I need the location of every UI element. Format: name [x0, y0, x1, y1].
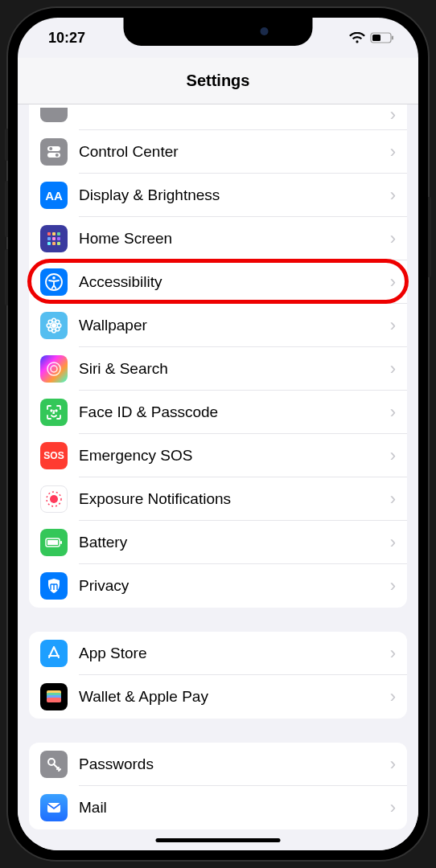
svg-rect-8 — [52, 232, 56, 235]
chevron-right-icon: › — [390, 754, 396, 775]
row-label: Privacy — [79, 577, 390, 595]
row-label: Display & Brightness — [79, 186, 390, 204]
row-control-center[interactable]: Control Center › — [29, 130, 407, 174]
row-label: Wallpaper — [79, 317, 390, 334]
home-indicator[interactable] — [156, 838, 281, 842]
chevron-right-icon: › — [390, 228, 396, 249]
svg-rect-2 — [392, 36, 393, 40]
chevron-right-icon: › — [390, 104, 396, 125]
svg-rect-10 — [47, 237, 51, 240]
svg-rect-11 — [52, 237, 56, 240]
svg-point-27 — [47, 362, 60, 375]
svg-point-24 — [56, 320, 60, 324]
chevron-right-icon: › — [390, 489, 396, 510]
row-label: Battery — [79, 534, 390, 551]
row-mail[interactable]: Mail › — [29, 786, 407, 829]
svg-point-25 — [48, 327, 52, 331]
row-app-store[interactable]: App Store › — [29, 632, 407, 675]
svg-rect-12 — [57, 237, 60, 240]
volume-down-button — [5, 249, 8, 305]
chevron-right-icon: › — [390, 643, 396, 664]
status-time: 10:27 — [42, 30, 85, 47]
grid-icon — [40, 225, 68, 252]
svg-point-23 — [48, 320, 52, 324]
svg-rect-13 — [47, 242, 51, 245]
settings-section-3: Passwords › Mail › — [29, 743, 407, 829]
svg-point-29 — [51, 410, 52, 411]
svg-rect-40 — [47, 698, 61, 702]
row-battery[interactable]: Battery › — [29, 521, 407, 564]
row-general-partial[interactable]: › — [29, 104, 407, 130]
row-emergency-sos[interactable]: SOS Emergency SOS › — [29, 434, 407, 477]
row-privacy[interactable]: Privacy › — [29, 564, 407, 608]
row-passwords[interactable]: Passwords › — [29, 743, 407, 786]
svg-point-4 — [49, 147, 52, 150]
svg-point-28 — [51, 366, 57, 372]
phone-frame: 10:27 Settings › — [8, 8, 428, 860]
row-wallpaper[interactable]: Wallpaper › — [29, 304, 407, 347]
chevron-right-icon: › — [390, 272, 396, 293]
svg-rect-1 — [372, 35, 380, 41]
chevron-right-icon: › — [390, 686, 396, 707]
battery-icon — [40, 529, 68, 556]
row-label: Passwords — [79, 755, 390, 773]
row-label: Emergency SOS — [79, 447, 390, 465]
row-home-screen[interactable]: Home Screen › — [29, 217, 407, 260]
chevron-right-icon: › — [390, 445, 396, 466]
chevron-right-icon: › — [390, 797, 396, 818]
row-label: Accessibility — [79, 273, 390, 291]
row-accessibility[interactable]: Accessibility › — [29, 260, 407, 304]
siri-icon — [40, 355, 68, 383]
chevron-right-icon: › — [390, 185, 396, 206]
svg-point-6 — [56, 154, 59, 157]
row-label: Siri & Search — [79, 360, 390, 378]
row-wallet-apple-pay[interactable]: Wallet & Apple Pay › — [29, 675, 407, 719]
svg-point-18 — [51, 323, 56, 328]
chevron-right-icon: › — [390, 141, 396, 162]
screen: 10:27 Settings › — [18, 18, 418, 850]
svg-point-17 — [52, 276, 56, 280]
svg-rect-14 — [52, 242, 56, 245]
power-button — [428, 197, 431, 277]
settings-section-1: › Control Center › AA Display & Brightne… — [29, 104, 407, 608]
mute-switch — [5, 129, 8, 161]
svg-point-26 — [56, 327, 60, 331]
mail-icon — [40, 794, 68, 821]
gear-icon — [40, 108, 68, 122]
row-exposure-notifications[interactable]: Exposure Notifications › — [29, 477, 407, 521]
chevron-right-icon: › — [390, 532, 396, 553]
row-label: Home Screen — [79, 230, 390, 248]
content-scroll[interactable]: › Control Center › AA Display & Brightne… — [18, 104, 418, 850]
svg-rect-7 — [47, 232, 51, 235]
privacy-icon — [40, 572, 68, 600]
volume-up-button — [5, 181, 8, 237]
chevron-right-icon: › — [390, 575, 396, 596]
wifi-icon — [349, 32, 365, 44]
settings-section-2: App Store › Wallet & Apple Pay › — [29, 632, 407, 719]
row-display-brightness[interactable]: AA Display & Brightness › — [29, 174, 407, 217]
svg-rect-15 — [57, 242, 60, 245]
svg-point-31 — [50, 495, 58, 503]
accessibility-icon — [40, 268, 68, 296]
status-icons — [349, 32, 394, 44]
svg-rect-35 — [60, 541, 62, 544]
chevron-right-icon: › — [390, 402, 396, 423]
appstore-icon — [40, 640, 68, 667]
faceid-icon — [40, 399, 68, 426]
flower-icon — [40, 312, 68, 339]
sos-icon: SOS — [40, 442, 68, 469]
row-siri-search[interactable]: Siri & Search › — [29, 347, 407, 391]
svg-point-30 — [56, 410, 57, 411]
header: Settings — [18, 58, 418, 104]
wallet-icon — [40, 683, 68, 710]
svg-rect-34 — [47, 540, 58, 545]
toggles-icon — [40, 138, 68, 166]
row-label: App Store — [79, 645, 390, 662]
row-label: Exposure Notifications — [79, 490, 390, 508]
row-label: Control Center — [79, 143, 390, 161]
text-size-icon: AA — [40, 182, 68, 209]
exposure-icon — [40, 485, 68, 513]
key-icon — [40, 751, 68, 778]
battery-icon — [370, 32, 394, 43]
row-faceid-passcode[interactable]: Face ID & Passcode › — [29, 391, 407, 434]
